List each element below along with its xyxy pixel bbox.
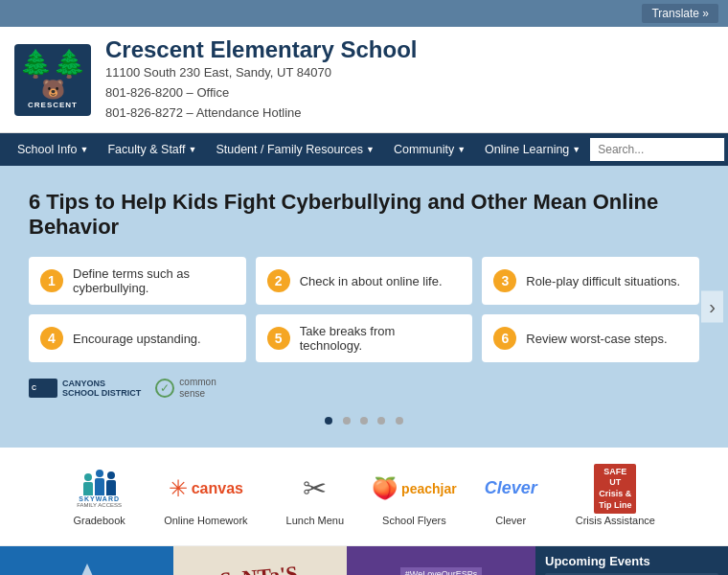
gradebook-label: Gradebook bbox=[73, 515, 125, 526]
nav-item-school-info[interactable]: School Info ▼ bbox=[8, 133, 98, 166]
homework-label: Online Homework bbox=[164, 515, 247, 526]
santa-line1: SaNTa'S bbox=[219, 562, 299, 575]
chevron-down-icon: ▼ bbox=[80, 145, 89, 154]
school-phone-office: 801-826-8200 – Office bbox=[105, 83, 417, 104]
svg-text:C: C bbox=[32, 384, 36, 391]
canvas-star-icon: ✳ bbox=[169, 475, 188, 502]
flyers-label: School Flyers bbox=[382, 515, 446, 526]
chevron-down-icon: ▼ bbox=[572, 145, 580, 154]
events-title: Upcoming Events bbox=[545, 554, 718, 568]
hero-slider: › 6 Tips to Help Kids Fight Cyberbullyin… bbox=[0, 166, 728, 448]
peachjar-word: peachjar bbox=[401, 481, 457, 496]
quick-link-lunch[interactable]: ✂ Lunch Menu bbox=[267, 462, 364, 531]
logo-area: 🌲🌲 🐻 CRESCENT Crescent Elementary School… bbox=[14, 36, 417, 123]
lunch-icon: ✂ bbox=[288, 467, 341, 510]
skyward-label: SKYWARD bbox=[79, 495, 120, 502]
search-button[interactable]: 🔍 bbox=[724, 137, 728, 162]
crisis-label: Crisis Assistance bbox=[576, 515, 655, 526]
canyons-icon: C bbox=[29, 379, 57, 398]
school-logo: 🌲🌲 🐻 CRESCENT bbox=[14, 44, 91, 116]
logo-label: CRESCENT bbox=[28, 101, 78, 109]
clever-label: Clever bbox=[495, 515, 526, 526]
dot-1[interactable] bbox=[325, 417, 332, 425]
canvas-icon: ✳ canvas bbox=[179, 467, 232, 510]
common-sense-logo: ✓ commonsense bbox=[155, 377, 216, 400]
figure-2 bbox=[95, 470, 104, 495]
quick-link-flyers[interactable]: 🍑 peachjar School Flyers bbox=[363, 462, 466, 531]
nav-label-student-family: Student / Family Resources bbox=[216, 143, 363, 156]
dot-3[interactable] bbox=[360, 417, 368, 425]
canvas-word: canvas bbox=[192, 480, 243, 497]
family-label: FAMILY ACCESS bbox=[77, 502, 122, 508]
clever-wordmark: Clever bbox=[485, 478, 537, 498]
common-sense-label: commonsense bbox=[179, 377, 216, 400]
header: 🌲🌲 🐻 CRESCENT Crescent Elementary School… bbox=[0, 27, 728, 133]
peach-icon: 🍑 bbox=[372, 476, 398, 501]
figure-1 bbox=[83, 473, 93, 495]
tip-card-5: 5 Take breaks from technology. bbox=[256, 314, 473, 362]
check-circle-icon: ✓ bbox=[155, 379, 174, 398]
bear-icon: 🐻 bbox=[41, 78, 65, 101]
skyward-figures bbox=[83, 470, 116, 495]
nav-label-faculty: Faculty & Staff bbox=[107, 143, 185, 156]
tip-text-5: Take breaks from technology. bbox=[300, 324, 462, 353]
search-area: 🔍 bbox=[590, 137, 728, 162]
nav-item-student-family[interactable]: Student / Family Resources ▼ bbox=[206, 133, 383, 166]
nav-item-faculty[interactable]: Faculty & Staff ▼ bbox=[98, 133, 206, 166]
crisis-box-icon: SAFEUTCrisis &Tip Line bbox=[594, 464, 636, 515]
bottom-section: SaNTa'S HELPER #WeLoveOurESPs Happy Educ… bbox=[0, 546, 728, 575]
nav-item-online-learning[interactable]: Online Learning ▼ bbox=[475, 133, 590, 166]
canyons-logo: C CANYONSSCHOOL DISTRICT bbox=[29, 379, 141, 400]
arrows-visual bbox=[33, 564, 142, 575]
tip-text-6: Review worst-case steps. bbox=[526, 332, 667, 346]
bottom-card-education: #WeLoveOurESPs Happy Education Support bbox=[347, 546, 535, 575]
quick-link-clever[interactable]: Clever Clever bbox=[466, 462, 557, 531]
dot-4[interactable] bbox=[377, 417, 385, 425]
canyons-label: CANYONSSCHOOL DISTRICT bbox=[62, 379, 141, 400]
quick-link-gradebook[interactable]: SKYWARD FAMILY ACCESS Gradebook bbox=[54, 462, 145, 531]
tip-card-2: 2 Check in about online life. bbox=[256, 257, 473, 305]
nav-label-online-learning: Online Learning bbox=[485, 143, 569, 156]
tip-number-6: 6 bbox=[493, 327, 516, 350]
dot-5[interactable] bbox=[396, 417, 403, 425]
tip-card-6: 6 Review worst-case steps. bbox=[482, 314, 699, 362]
bottom-card-santa: SaNTa'S HELPER bbox=[173, 546, 347, 575]
tip-text-2: Check in about online life. bbox=[300, 274, 443, 288]
nav-item-community[interactable]: Community ▼ bbox=[384, 133, 475, 166]
search-input[interactable] bbox=[590, 138, 724, 161]
tip-text-3: Role-play difficult situations. bbox=[526, 274, 680, 288]
hashtag-label: #WeLoveOurESPs bbox=[400, 567, 482, 575]
slider-logos: C CANYONSSCHOOL DISTRICT ✓ commonsense bbox=[29, 377, 699, 400]
school-name: Crescent Elementary School bbox=[105, 36, 417, 63]
chevron-down-icon: ▼ bbox=[189, 145, 197, 154]
lunch-label: Lunch Menu bbox=[286, 515, 345, 526]
tips-grid: 1 Define terms such as cyberbullying. 2 … bbox=[29, 257, 699, 362]
main-nav: School Info ▼ Faculty & Staff ▼ Student … bbox=[0, 133, 728, 166]
chevron-down-icon: ▼ bbox=[366, 145, 375, 154]
slider-next-button[interactable]: › bbox=[701, 291, 723, 323]
skyward-icon: SKYWARD FAMILY ACCESS bbox=[73, 467, 125, 510]
dot-2[interactable] bbox=[343, 417, 351, 425]
quick-link-homework[interactable]: ✳ canvas Online Homework bbox=[145, 462, 266, 531]
tip-text-1: Define terms such as cyberbullying. bbox=[73, 266, 235, 295]
school-info: Crescent Elementary School 11100 South 2… bbox=[105, 36, 417, 123]
tip-number-1: 1 bbox=[40, 269, 63, 292]
school-address: 11100 South 230 East, Sandy, UT 84070 bbox=[105, 63, 417, 83]
quick-links-bar: SKYWARD FAMILY ACCESS Gradebook ✳ canvas… bbox=[0, 448, 728, 546]
translate-button[interactable]: Translate » bbox=[642, 4, 718, 23]
santa-text: SaNTa'S HELPER bbox=[215, 561, 306, 575]
slider-dots bbox=[29, 411, 699, 433]
tip-number-2: 2 bbox=[267, 269, 290, 292]
tree-icon: 🌲🌲 bbox=[19, 51, 86, 78]
arrow-icon-2 bbox=[70, 564, 104, 575]
tip-card-1: 1 Define terms such as cyberbullying. bbox=[29, 257, 246, 305]
tip-number-5: 5 bbox=[267, 327, 290, 350]
top-bar: Translate » bbox=[0, 0, 728, 27]
figure-3 bbox=[106, 472, 116, 495]
school-phone-attendance: 801-826-8272 – Attendance Hotline bbox=[105, 104, 417, 124]
quick-link-crisis[interactable]: SAFEUTCrisis &Tip Line Crisis Assistance bbox=[557, 462, 674, 531]
tip-number-4: 4 bbox=[40, 327, 63, 350]
slider-title: 6 Tips to Help Kids Fight Cyberbullying … bbox=[29, 190, 699, 240]
bottom-card-events: Upcoming Events bbox=[535, 546, 728, 575]
tip-card-4: 4 Encourage upstanding. bbox=[29, 314, 246, 362]
